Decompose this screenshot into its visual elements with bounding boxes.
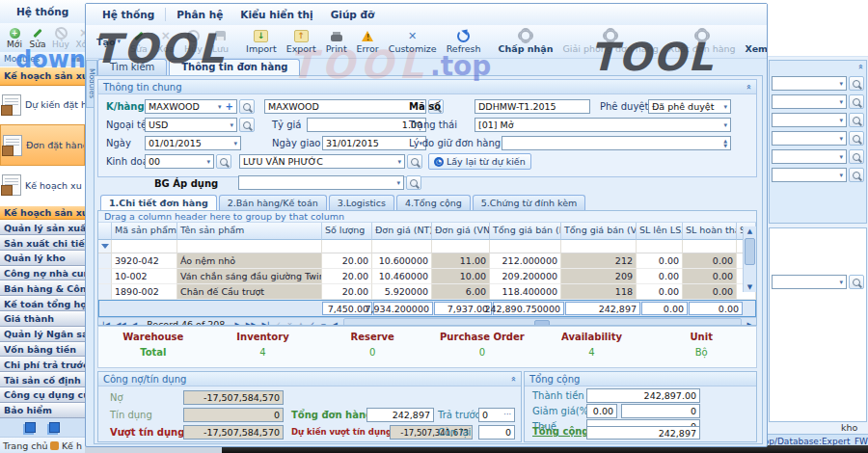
module-button-cong-cu[interactable]: Công cụ dụng cụ — [0, 387, 85, 403]
chevron-down-icon[interactable]: ▾ — [836, 172, 843, 179]
col-header-sl-len-lsx[interactable]: SL lên LSX — [637, 223, 683, 240]
order-total-field[interactable]: 242,897 — [366, 408, 434, 422]
chevron-down-icon[interactable]: ▾ — [203, 158, 210, 166]
remaining-field[interactable]: 0 — [478, 425, 515, 440]
sidebar-item-don-dat-hang[interactable]: Đơn đặt hàng — [0, 124, 85, 166]
approve-combo[interactable]: Đã phê duyệt ▾ — [648, 99, 731, 114]
back-menu-he-thong[interactable]: Hệ thống — [8, 4, 77, 19]
edit-button[interactable]: Sửa — [125, 30, 152, 54]
tab-chung-tu-dinh-kem[interactable]: 5.Chứng từ đính kèm — [473, 195, 586, 210]
module-button-ke-toan[interactable]: Kế toán tổng hợp — [0, 296, 85, 311]
create-button[interactable]: Tạo ▾ — [92, 37, 125, 47]
cube-icon[interactable] — [49, 422, 60, 433]
lookup-combo[interactable]: ▾ — [772, 149, 847, 164]
chevron-down-icon[interactable]: ▾ — [836, 117, 843, 124]
chevron-down-icon[interactable]: ▾ — [394, 158, 401, 166]
search-icon[interactable] — [849, 94, 864, 109]
search-icon[interactable] — [849, 275, 864, 289]
module-button-von-bang-tien[interactable]: Vốn bằng tiền — [0, 342, 85, 358]
plan-tab[interactable]: Kế h — [62, 440, 82, 451]
lookup-combo[interactable]: ▾ — [772, 76, 847, 91]
lookup-combo[interactable]: ▾ — [772, 131, 847, 146]
menu-kieu-hien-thi[interactable]: Kiểu hiển thị — [231, 7, 321, 22]
module-button-quan-ly-kho[interactable]: Quản lý kho — [0, 251, 85, 266]
print-button[interactable]: Print — [321, 30, 352, 54]
hold-reason-spinner[interactable]: ▲▼ — [502, 136, 731, 150]
col-header-don-gia-nt[interactable]: Đơn giá (NT) — [372, 223, 432, 240]
add-icon[interactable]: + — [226, 101, 233, 112]
chevron-down-icon[interactable]: ▾ — [227, 121, 233, 129]
search-icon[interactable] — [849, 113, 864, 127]
table-row[interactable]: 10-002 Ván chắn sáng đầu giường Twin 20.… — [98, 269, 756, 284]
sidebar-group-header[interactable]: Kế hoạch sản xuất — [0, 67, 85, 86]
export-button[interactable]: ↑ Export — [282, 30, 321, 54]
scrollbar-thumb[interactable] — [745, 238, 755, 265]
discount-value-field[interactable]: 0 — [621, 404, 700, 418]
module-button-gia-thanh[interactable]: Giá thành — [0, 311, 85, 327]
tab-thong-tin-don-hang[interactable]: Thông tin đơn hàng — [169, 59, 300, 76]
tab-logistics[interactable]: 3.Logistics — [329, 195, 394, 210]
back-cancel-button[interactable]: Hủy — [50, 27, 71, 49]
search-icon[interactable] — [239, 99, 255, 114]
tab-tong-cong[interactable]: 4.Tổng cộng — [396, 195, 471, 210]
chevron-down-icon[interactable]: ▾ — [720, 103, 727, 111]
scroll-down-button[interactable]: ▼ — [747, 282, 752, 292]
module-button-ban-hang[interactable]: Bán hàng & Công — [0, 280, 85, 296]
back-new-button[interactable]: + Mới — [4, 27, 25, 49]
collapse-icon[interactable]: » — [508, 376, 518, 382]
chevron-down-icon[interactable]: ▾ — [231, 140, 237, 147]
export-order-button[interactable]: Xuất đơn hàng — [664, 30, 741, 54]
pin-icon[interactable]: ▪▪ — [70, 55, 81, 64]
chevron-down-icon[interactable]: ▾ — [836, 98, 843, 106]
grand-total-field[interactable]: 242,897 — [586, 426, 700, 440]
col-header-don-gia-vnd[interactable]: Đơn giá (VNĐ) — [432, 223, 490, 240]
table-row[interactable]: 3920-042 Áo nệm nhỏ 20.00 10.600000 11.0… — [98, 253, 756, 269]
menu-giup-do[interactable]: Giúp đỡ — [322, 7, 384, 22]
tab-chi-tiet-don-hang[interactable]: 1.Chi tiết đơn hàng — [100, 195, 217, 210]
save-button[interactable]: Lưu — [207, 30, 233, 54]
chevron-down-icon[interactable]: ▾ — [720, 121, 727, 129]
horizontal-scrollbar[interactable] — [343, 318, 742, 326]
summary-panel-header[interactable]: Tổng cộng — [525, 372, 756, 386]
col-header-so-luong[interactable]: Số lượng — [322, 223, 372, 240]
lookup-combo[interactable]: ▾ — [772, 94, 847, 109]
module-button-chi-phi[interactable]: Chi phí trả trước — [0, 357, 85, 372]
back-edit-button[interactable]: Sửa — [27, 27, 48, 49]
menu-he-thong[interactable]: Hệ thống — [94, 7, 163, 22]
lookup-combo[interactable]: ▾ — [772, 275, 847, 289]
chevron-down-icon[interactable]: ▾ — [836, 153, 843, 161]
release-order-button[interactable]: Giải phóng đơn hàng — [558, 30, 664, 54]
customize-button[interactable]: ✕ Customize — [384, 30, 442, 54]
refresh-button[interactable]: Refresh — [442, 30, 486, 54]
customer-name-combo[interactable]: MAXWOOD ▾ — [264, 99, 426, 114]
vertical-scrollbar[interactable]: ▲ ▼ — [743, 226, 756, 292]
col-header-sl-hoan-thanh[interactable]: SL hoàn thành — [683, 223, 737, 240]
sales-name-combo[interactable]: LƯU VĂN PHƯỚC ▾ — [239, 154, 405, 169]
module-button-bao-hiem[interactable]: Bảo hiểm — [0, 403, 85, 418]
sales-code-combo[interactable]: 00 ▾ — [145, 154, 214, 169]
discount-pct-field[interactable]: 0.00 — [586, 404, 617, 418]
search-icon[interactable] — [849, 131, 864, 146]
ellipsis-icon[interactable]: ··· — [501, 411, 511, 419]
grid-filter-row[interactable] — [98, 240, 756, 253]
accept-button[interactable]: Chấp nhận — [494, 30, 558, 54]
order-code-input[interactable]: DDHMW-T1.2015 — [475, 99, 590, 114]
lookup-combo[interactable]: ▾ — [772, 113, 847, 127]
module-button-san-xuat-chi-tiet[interactable]: Sản xuất chi tiết — [0, 235, 85, 251]
module-button-cong-no-ncc[interactable]: Công nợ nhà cung — [0, 266, 85, 281]
search-icon[interactable] — [849, 76, 864, 91]
requote-button[interactable]: ◔ Lấy lại từ dự kiến — [428, 153, 531, 170]
filter-funnel-icon[interactable] — [98, 240, 112, 253]
collapse-icon[interactable]: » — [855, 64, 865, 69]
date-picker[interactable]: 01/01/2015 ▾ — [145, 136, 241, 150]
search-icon[interactable] — [216, 154, 231, 169]
sidebar-item-du-kien[interactable]: Dự kiến đặt h — [0, 86, 85, 125]
chevron-down-icon[interactable]: ▾ — [836, 80, 843, 88]
search-icon[interactable] — [239, 118, 255, 132]
module-button-ngan-sach[interactable]: Quản lý Ngân sác — [0, 327, 85, 342]
module-button-tai-san[interactable]: Tài sản cố định — [0, 372, 85, 387]
search-icon[interactable] — [849, 168, 864, 182]
chevron-down-icon[interactable]: ▾ — [215, 103, 222, 111]
cancel-button[interactable]: Hủy — [179, 30, 207, 54]
cube-icon[interactable] — [25, 422, 36, 433]
